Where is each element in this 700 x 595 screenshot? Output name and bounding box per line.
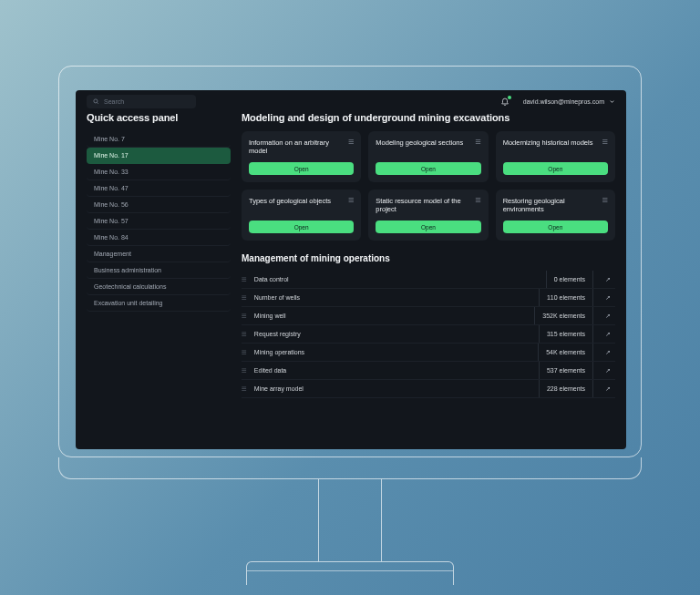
arrow-up-right-icon[interactable]: ↗ [601,367,615,374]
card-menu-icon[interactable]: ≡ [348,137,354,147]
card-title: Modernizing historical models [503,138,608,147]
sidebar-list: Mine No. 7Mine No. 17Mine No. 33Mine No.… [87,131,231,312]
layout: Quick access panel Mine No. 7Mine No. 17… [76,112,626,449]
sidebar-item[interactable]: Excavation unit detailing [87,295,231,312]
card-title: Information on an arbitrary model [249,138,354,156]
operations-count: 352K elements [534,307,593,324]
operations-row[interactable]: ≡Request registry315 elements↗ [242,325,615,344]
app-screen: Search david.wilson@minepros.com Quick a… [76,90,626,449]
arrow-up-right-icon[interactable]: ↗ [601,294,615,302]
sidebar-item[interactable]: Mine No. 7 [87,131,231,148]
card-title: Modeling geological sections [376,138,480,147]
modeling-card: Restoring geological environments≡Open [496,190,615,241]
operations-label: Mining operations [254,349,530,355]
sidebar-item[interactable]: Mine No. 47 [87,180,231,197]
arrow-up-right-icon[interactable]: ↗ [601,331,615,338]
card-title: Restoring geological environments [503,197,608,214]
main-content: Modeling and design of underground minin… [242,112,615,438]
sidebar-item[interactable]: Management [87,246,231,262]
arrow-up-right-icon[interactable]: ↗ [601,276,615,283]
drag-handle-icon[interactable]: ≡ [242,312,247,321]
sidebar-item[interactable]: Business administration [87,262,231,279]
arrow-up-right-icon[interactable]: ↗ [601,349,615,356]
open-button[interactable]: Open [503,162,608,175]
sidebar-title: Quick access panel [87,112,231,123]
modeling-card: Static resource model of the project≡Ope… [368,190,488,241]
operations-row[interactable]: ≡Number of wells110 elements↗ [242,289,615,307]
search-input[interactable]: Search [87,95,196,108]
drag-handle-icon[interactable]: ≡ [242,330,247,339]
operations-label: Edited data [254,367,531,374]
topbar-right: david.wilson@minepros.com [500,97,615,107]
operations-row[interactable]: ≡Edited data537 elements↗ [242,362,615,380]
modeling-card: Modeling geological sections≡Open [368,131,488,182]
svg-line-1 [97,102,98,103]
sidebar-item[interactable]: Mine No. 57 [87,213,231,230]
card-menu-icon[interactable]: ≡ [475,195,480,205]
card-title: Static resource model of the project [376,197,480,214]
operations-section-title: Management of mining operations [242,253,615,263]
card-menu-icon[interactable]: ≡ [348,195,354,205]
notification-dot-icon [508,96,511,99]
chevron-down-icon [609,98,615,105]
operations-row[interactable]: ≡Mining operations54K elements↗ [242,344,615,362]
sidebar: Quick access panel Mine No. 7Mine No. 17… [87,112,231,438]
card-menu-icon[interactable]: ≡ [475,137,480,147]
operations-label: Request registry [254,331,531,337]
sidebar-item[interactable]: Mine No. 56 [87,197,231,213]
card-menu-icon[interactable]: ≡ [602,195,608,205]
operations-count: 54K elements [538,344,593,361]
arrow-up-right-icon[interactable]: ↗ [601,313,615,320]
user-email-label: david.wilson@minepros.com [523,98,604,105]
modeling-card: Modernizing historical models≡Open [496,131,615,182]
operations-count: 537 elements [539,362,593,379]
open-button[interactable]: Open [249,162,354,175]
drag-handle-icon[interactable]: ≡ [242,293,247,303]
operations-list: ≡Data control0 elements↗≡Number of wells… [242,271,615,398]
monitor-frame: Search david.wilson@minepros.com Quick a… [58,66,642,457]
topbar: Search david.wilson@minepros.com [76,90,626,112]
arrow-up-right-icon[interactable]: ↗ [601,385,615,393]
open-button[interactable]: Open [376,162,480,175]
operations-label: Number of wells [254,294,531,301]
operations-count: 315 elements [539,325,593,343]
sidebar-item[interactable]: Mine No. 33 [87,164,231,180]
operations-row[interactable]: ≡Data control0 elements↗ [242,271,615,289]
operations-row[interactable]: ≡Mining well352K elements↗ [242,307,615,325]
operations-label: Mining well [254,313,527,319]
monitor-chin [58,457,642,479]
sidebar-item[interactable]: Geotechnical calculations [87,279,231,295]
drag-handle-icon[interactable]: ≡ [242,348,247,357]
modeling-section-title: Modeling and design of underground minin… [242,112,615,123]
search-icon [93,98,99,105]
operations-count: 0 elements [546,271,593,288]
svg-point-0 [94,98,98,102]
sidebar-item[interactable]: Mine No. 84 [87,230,231,246]
operations-count: 228 elements [539,380,593,397]
modeling-card: Information on an arbitrary model≡Open [242,131,361,182]
sidebar-item[interactable]: Mine No. 17 [87,148,231,164]
monitor-base [246,561,454,585]
operations-count: 110 elements [539,289,593,306]
drag-handle-icon[interactable]: ≡ [242,385,247,394]
drag-handle-icon[interactable]: ≡ [242,275,247,284]
modeling-card: Types of geological objects≡Open [242,190,361,241]
open-button[interactable]: Open [376,221,480,233]
open-button[interactable]: Open [249,221,354,233]
search-placeholder: Search [104,98,124,105]
card-menu-icon[interactable]: ≡ [602,137,608,147]
drag-handle-icon[interactable]: ≡ [242,366,247,375]
monitor-neck [318,479,382,561]
card-title: Types of geological objects [249,197,354,205]
open-button[interactable]: Open [503,221,608,233]
notifications-button[interactable] [500,97,510,107]
modeling-cards: Information on an arbitrary model≡OpenMo… [242,131,615,241]
operations-label: Mine array model [254,385,531,392]
operations-label: Data control [254,276,539,282]
user-menu[interactable]: david.wilson@minepros.com [523,98,615,105]
operations-row[interactable]: ≡Mine array model228 elements↗ [242,380,615,398]
